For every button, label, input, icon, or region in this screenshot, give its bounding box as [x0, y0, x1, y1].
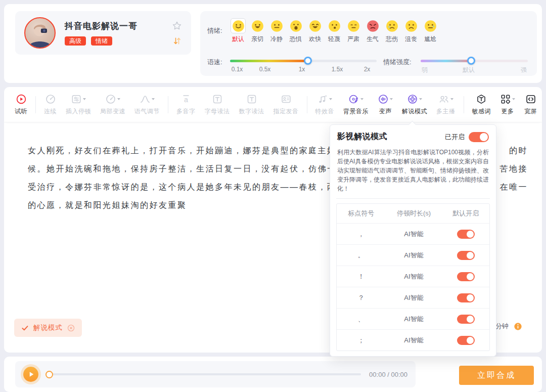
punctuation-mark: ， — [358, 230, 365, 239]
play-button[interactable] — [23, 367, 38, 382]
emotion-face-icon — [346, 18, 361, 33]
toolbar-item-widescreen[interactable]: 宽屏 — [520, 93, 541, 116]
pause-duration: AI智能 — [404, 293, 423, 302]
speed-slider-handle[interactable] — [304, 57, 312, 65]
punctuation-table-header: 标点符号停顿时长(s)默认开启 — [337, 204, 489, 223]
info-icon[interactable] — [514, 322, 522, 331]
slider-tick-label: 弱 — [422, 66, 428, 74]
speed-slider[interactable]: 0.1x0.5x1x1.5x2x — [230, 53, 377, 75]
punctuation-row: 、AI智能 — [337, 308, 489, 329]
emotion-option[interactable]: 尴尬 — [421, 14, 440, 43]
emotion-option[interactable]: 轻蔑 — [325, 14, 344, 43]
voice-card[interactable]: 抖音电影解说一哥 高级情绪 — [15, 11, 191, 55]
slider-tick-label: 默认 — [463, 66, 475, 74]
header-panel: 抖音电影解说一哥 高级情绪 情绪: 默认亲切冷静恐惧欢快轻蔑严肃生气悲伤沮丧尴尬… — [4, 4, 542, 83]
sound-effects-icon — [317, 93, 332, 105]
toolbar-item-multi-host[interactable]: 多主播 — [432, 93, 460, 116]
emotion-option-label: 尴尬 — [424, 35, 436, 43]
slider-tick-label: 0.1x — [232, 66, 243, 73]
emotion-option-label: 亲切 — [251, 35, 263, 43]
background-music-icon — [348, 93, 363, 105]
toolbar-item-assign-pronunciation[interactable]: 指定发音 — [269, 93, 303, 116]
emotion-option[interactable]: 恐惧 — [286, 14, 305, 43]
toolbar-item-polyphonic[interactable]: a多音字 — [172, 93, 200, 116]
row-toggle[interactable] — [457, 272, 475, 281]
widescreen-icon — [525, 93, 536, 105]
multi-host-icon — [438, 93, 453, 105]
emotion-option-label: 冷静 — [270, 35, 283, 43]
text-fragment: 的时 — [509, 146, 528, 156]
intensity-slider[interactable]: 弱默认强 — [421, 53, 528, 75]
svg-text:a: a — [184, 96, 188, 104]
emotion-option[interactable]: 冷静 — [267, 14, 286, 43]
chevron-down-icon — [450, 98, 453, 100]
toolbar-item-preview[interactable]: 试听 — [10, 93, 32, 116]
emotion-face-icon — [250, 18, 265, 33]
progress-handle[interactable] — [46, 371, 53, 378]
voice-actions — [172, 21, 182, 46]
intensity-slider-handle[interactable] — [467, 57, 475, 65]
insert-pause-icon — [71, 93, 86, 105]
remove-tag-icon[interactable] — [67, 324, 75, 332]
progress-track[interactable] — [52, 373, 361, 375]
toolbar-item-local-speed[interactable]: 局部变速 — [96, 93, 130, 116]
toolbar-item-letter-reading[interactable]: 字母读法 — [200, 93, 235, 116]
toolbar-divider — [307, 96, 307, 113]
table-header-cell: 默认开启 — [452, 209, 479, 218]
toolbar-item-insert-pause[interactable]: 插入停顿 — [61, 93, 96, 116]
toolbar-item-number-reading[interactable]: 数字读法 — [235, 93, 269, 116]
toolbar-item-narration-mode[interactable]: 解说模式 — [397, 93, 432, 116]
toolbar-item-continuous[interactable]: 连续 — [39, 93, 61, 116]
preview-icon — [16, 93, 27, 105]
emotion-option[interactable]: 悲伤 — [382, 14, 401, 43]
emotion-face-icon — [384, 18, 399, 33]
punctuation-row: ；AI智能 — [337, 329, 489, 351]
slider-tick-label: 2x — [364, 66, 371, 73]
row-toggle[interactable] — [457, 293, 475, 302]
emotion-option[interactable]: 严肃 — [344, 14, 363, 43]
row-toggle[interactable] — [457, 315, 475, 324]
sort-arrows-icon[interactable] — [172, 36, 181, 46]
slider-tick-label: 0.5x — [259, 66, 271, 73]
emotion-face-icon — [231, 18, 246, 33]
narration-mode-popup: 影视解说模式 已开启 利用大数据AI算法学习抖音电影解说TOP100视频，分析后… — [330, 124, 496, 357]
toolbar-item-sound-effects[interactable]: 特效音 — [311, 93, 339, 116]
punctuation-table: 标点符号停顿时长(s)默认开启 ，AI智能。AI智能！AI智能？AI智能、AI智… — [336, 203, 490, 351]
text-fragment: 的心愿，就是和阳光姐妹淘的好友重聚 — [28, 200, 187, 211]
punctuation-row: ！AI智能 — [337, 266, 489, 287]
emotion-face-icon — [269, 18, 284, 33]
chevron-down-icon — [419, 98, 422, 100]
emotion-option[interactable]: 沮丧 — [401, 14, 421, 43]
synthesize-button[interactable]: 立即合成 — [459, 366, 534, 385]
check-icon — [21, 324, 29, 332]
row-toggle[interactable] — [457, 251, 475, 260]
favorite-star-icon[interactable] — [172, 21, 182, 31]
toolbar-item-background-music[interactable]: 背景音乐 — [339, 93, 373, 116]
toolbar-item-label: 多音字 — [176, 107, 196, 116]
narration-mode-toggle[interactable] — [469, 132, 489, 142]
toolbar-item-more[interactable]: 更多 — [495, 93, 520, 116]
number-reading-icon — [246, 93, 257, 105]
toolbar-item-label: 敏感词 — [472, 107, 491, 116]
toolbar-item-label: 局部变速 — [100, 107, 125, 116]
row-toggle[interactable] — [457, 336, 475, 345]
toolbar-item-voice-change[interactable]: 变声 — [373, 93, 397, 116]
popup-description: 利用大数据AI算法学习抖音电影解说TOP100视频，分析后使AI具备模仿专业电影… — [337, 148, 489, 193]
emotion-option[interactable]: 生气 — [363, 14, 382, 43]
emotion-option[interactable]: 欢快 — [305, 14, 325, 43]
toolbar-item-sensitive-words[interactable]: 敏感词 — [468, 93, 496, 116]
toolbar-item-label: 多主播 — [436, 107, 456, 116]
local-speed-icon — [105, 93, 120, 105]
row-toggle[interactable] — [457, 230, 475, 239]
toolbar-item-label: 连续 — [44, 107, 57, 116]
emotion-option[interactable]: 亲切 — [248, 14, 267, 43]
speed-slider-fill — [230, 60, 308, 62]
toolbar-item-tone-adjust[interactable]: 语气调节 — [130, 93, 164, 116]
more-icon — [500, 93, 515, 105]
toolbar-item-label: 数字读法 — [239, 107, 264, 116]
avatar-body — [29, 41, 52, 48]
emotion-option-label: 悲伤 — [386, 35, 398, 43]
text-fragment: 在唯一 — [500, 182, 528, 193]
chevron-down-icon — [360, 98, 363, 100]
emotion-option[interactable]: 默认 — [229, 14, 248, 43]
